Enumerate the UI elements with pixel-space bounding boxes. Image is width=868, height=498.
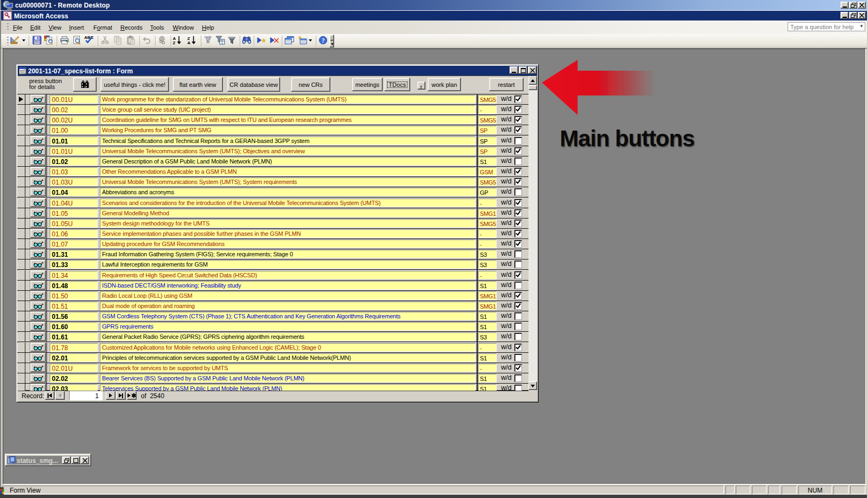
svg-text:A: A	[187, 40, 191, 45]
svg-text:Z: Z	[173, 40, 175, 45]
svg-text:?: ?	[322, 37, 325, 44]
